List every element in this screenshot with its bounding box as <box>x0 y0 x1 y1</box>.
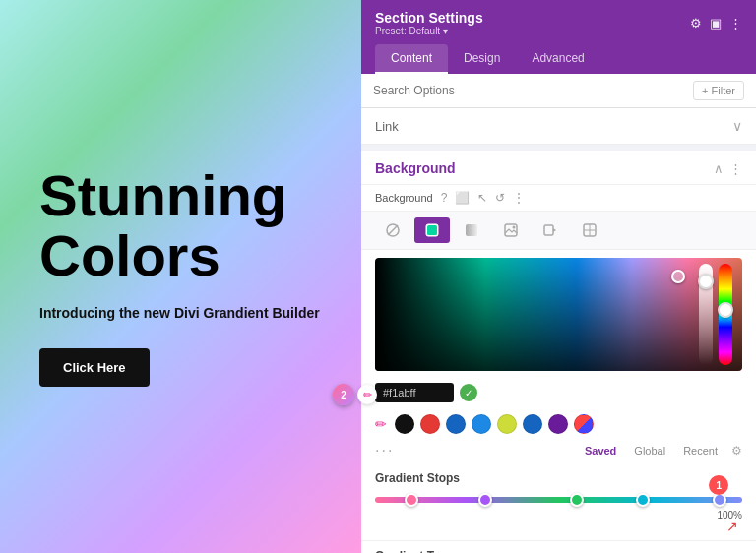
swatch-blue[interactable] <box>472 414 491 434</box>
saved-settings-icon[interactable]: ⚙ <box>731 444 742 458</box>
settings-icon[interactable]: ⚙ <box>690 16 702 31</box>
hue-slider[interactable] <box>719 264 732 365</box>
bg-help-icon[interactable]: ? <box>441 191 448 205</box>
panel-header: Section Settings Preset: Default ▾ ⚙ ▣ ⋮… <box>361 0 756 74</box>
gradient-type-label: Gradient Type <box>375 549 742 553</box>
gradient-stops-label: Gradient Stops <box>375 471 742 485</box>
headline: Stunning Colors <box>39 166 322 286</box>
badge-2-pencil[interactable]: ✏ <box>357 385 377 404</box>
search-bar: + Filter <box>361 74 756 108</box>
link-section[interactable]: Link ∨ <box>361 108 756 145</box>
badge-2: 2 <box>333 384 354 405</box>
bg-header-right: ∧ ⋮ <box>714 161 742 176</box>
bg-controls-label: Background <box>375 192 433 204</box>
gradient-stops-section: Gradient Stops 1 100% ↗ <box>361 463 756 540</box>
swatch-yellow[interactable] <box>497 414 517 434</box>
panel-header-top: Section Settings Preset: Default ▾ ⚙ ▣ ⋮ <box>375 10 742 36</box>
panel-tabs: Content Design Advanced <box>375 44 742 74</box>
stop-handle-5[interactable]: 1 <box>713 493 726 507</box>
color-picker-area[interactable] <box>375 258 742 371</box>
bg-type-map[interactable] <box>572 217 607 243</box>
color-picker-circle[interactable] <box>671 270 685 283</box>
swatch-purple[interactable] <box>548 414 568 434</box>
background-section-title: Background <box>375 160 456 176</box>
swatch-black[interactable] <box>395 414 414 434</box>
alpha-slider-handle[interactable] <box>698 274 714 289</box>
recent-button[interactable]: Recent <box>679 443 722 459</box>
panel-header-icons: ⚙ ▣ ⋮ <box>690 16 742 31</box>
swatch-red[interactable] <box>420 414 440 434</box>
search-input[interactable] <box>373 84 693 97</box>
gradient-stops-container: 1 100% ↗ <box>375 497 742 503</box>
saved-button[interactable]: Saved <box>581 443 620 459</box>
swatches-saved-row: ··· Saved Global Recent ⚙ <box>361 440 756 463</box>
bg-collapse-icon[interactable]: ∧ <box>714 161 724 176</box>
bg-dots-icon[interactable]: ⋮ <box>513 191 525 205</box>
bg-more-icon[interactable]: ⋮ <box>729 161 742 176</box>
bg-type-color[interactable] <box>414 217 450 243</box>
badge-2-group: 2 ✏ <box>333 384 377 405</box>
cta-button[interactable]: Click Here <box>39 348 150 387</box>
pencil-badge-icon: ✏ <box>363 389 372 401</box>
stop-wrapper-5: 1 <box>713 493 726 507</box>
content-area: Link ∨ Background ∧ ⋮ Background ? ⬜ ↖ ↺… <box>361 108 756 553</box>
background-section: Background ∧ ⋮ Background ? ⬜ ↖ ↺ ⋮ <box>361 151 756 553</box>
saved-row: Saved Global Recent ⚙ <box>581 443 742 459</box>
alpha-slider[interactable] <box>699 264 713 365</box>
svg-rect-3 <box>427 225 437 235</box>
bg-type-video[interactable] <box>533 217 568 243</box>
link-chevron: ∨ <box>732 118 742 134</box>
badge-1: 1 <box>709 475 728 495</box>
tab-design[interactable]: Design <box>448 44 516 74</box>
filter-button[interactable]: + Filter <box>693 81 744 100</box>
background-section-header: Background ∧ ⋮ <box>361 151 756 185</box>
more-icon[interactable]: ⋮ <box>729 16 742 31</box>
swatch-darkblue[interactable] <box>446 414 466 434</box>
bg-copy-icon[interactable]: ⬜ <box>455 191 470 205</box>
hex-input[interactable] <box>375 383 454 402</box>
bg-type-image[interactable] <box>493 217 529 243</box>
bg-controls-row: Background ? ⬜ ↖ ↺ ⋮ <box>361 185 756 212</box>
panel-preset[interactable]: Preset: Default ▾ <box>375 26 483 36</box>
stop-handle-2[interactable] <box>478 493 492 507</box>
panel-title: Section Settings <box>375 10 483 26</box>
right-panel: Section Settings Preset: Default ▾ ⚙ ▣ ⋮… <box>361 0 756 553</box>
hue-slider-handle[interactable] <box>718 302 733 318</box>
more-swatches-btn[interactable]: ··· <box>375 442 394 460</box>
hex-confirm-button[interactable]: ✓ <box>460 384 477 401</box>
left-panel: Stunning Colors Introducing the new Divi… <box>0 0 361 553</box>
gradient-type-section: Gradient Type Linear Radial Conic <box>361 540 756 553</box>
arrow-indicator: ↗ <box>726 519 738 534</box>
stop-handle-3[interactable] <box>570 493 584 507</box>
stop-handle-4[interactable] <box>636 493 650 507</box>
swatch-blue2[interactable] <box>523 414 542 434</box>
svg-point-6 <box>513 226 516 229</box>
bg-type-tabs <box>361 212 756 250</box>
bg-cursor-icon[interactable]: ↖ <box>477 191 487 205</box>
bg-type-none[interactable] <box>375 217 410 243</box>
gradient-picker <box>375 258 742 371</box>
global-button[interactable]: Global <box>630 443 669 459</box>
bg-type-gradient[interactable] <box>454 217 489 243</box>
gradient-stops-bar[interactable]: 1 <box>375 497 742 503</box>
panel-title-group: Section Settings Preset: Default ▾ <box>375 10 483 36</box>
link-label: Link <box>375 119 399 134</box>
layout-icon[interactable]: ▣ <box>710 16 722 31</box>
swatch-gradient[interactable] <box>574 414 594 434</box>
svg-rect-4 <box>466 224 477 236</box>
bg-reset-icon[interactable]: ↺ <box>495 191 505 205</box>
svg-rect-7 <box>544 225 553 235</box>
tab-content[interactable]: Content <box>375 44 448 74</box>
tab-advanced[interactable]: Advanced <box>516 44 599 74</box>
svg-rect-5 <box>505 224 517 236</box>
color-swatches-row: ✏ <box>361 408 756 440</box>
stop-handle-1[interactable] <box>405 493 418 507</box>
pencil-icon[interactable]: ✏ <box>375 416 387 432</box>
subheadline: Introducing the new Divi Grandient Build… <box>39 305 322 321</box>
svg-line-1 <box>388 225 398 235</box>
hex-row: ✓ <box>361 379 756 408</box>
spacer <box>375 507 742 536</box>
